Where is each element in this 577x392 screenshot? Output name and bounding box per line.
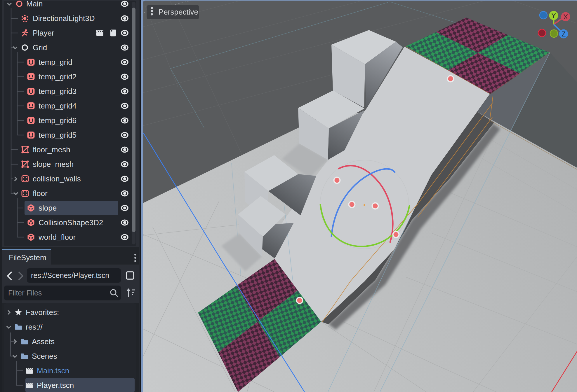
svg-text:Main: Main (26, 1, 43, 8)
svg-text:slope_mesh: slope_mesh (33, 160, 74, 169)
svg-text:Player.tscn: Player.tscn (37, 381, 74, 390)
svg-text:temp_grid2: temp_grid2 (39, 72, 77, 81)
svg-text:Assets: Assets (32, 337, 55, 346)
svg-text:X: X (563, 13, 568, 21)
svg-text:Y: Y (551, 12, 556, 20)
svg-text:slope: slope (39, 204, 57, 212)
svg-text:temp_grid5: temp_grid5 (39, 131, 77, 139)
svg-text:CollisionShape3D2: CollisionShape3D2 (39, 218, 103, 227)
svg-text:Grid: Grid (33, 43, 47, 52)
svg-text:floor_mesh: floor_mesh (33, 145, 70, 154)
svg-text:Main.tscn: Main.tscn (37, 366, 69, 375)
svg-text:res://: res:// (26, 323, 43, 331)
svg-text:Scenes: Scenes (32, 352, 57, 360)
svg-text:floor: floor (33, 189, 48, 198)
svg-text:DirectionalLight3D: DirectionalLight3D (33, 14, 95, 23)
svg-text:Z: Z (562, 30, 566, 38)
svg-text:Favorites:: Favorites: (26, 308, 59, 317)
svg-text:world_floor: world_floor (38, 233, 76, 242)
svg-text:temp_grid6: temp_grid6 (39, 116, 77, 125)
svg-text:collision_walls: collision_walls (33, 174, 81, 183)
svg-text:temp_grid4: temp_grid4 (39, 102, 77, 110)
svg-text:temp_grid3: temp_grid3 (39, 87, 77, 96)
svg-text:Player: Player (33, 29, 54, 37)
svg-text:temp_grid: temp_grid (39, 58, 72, 66)
